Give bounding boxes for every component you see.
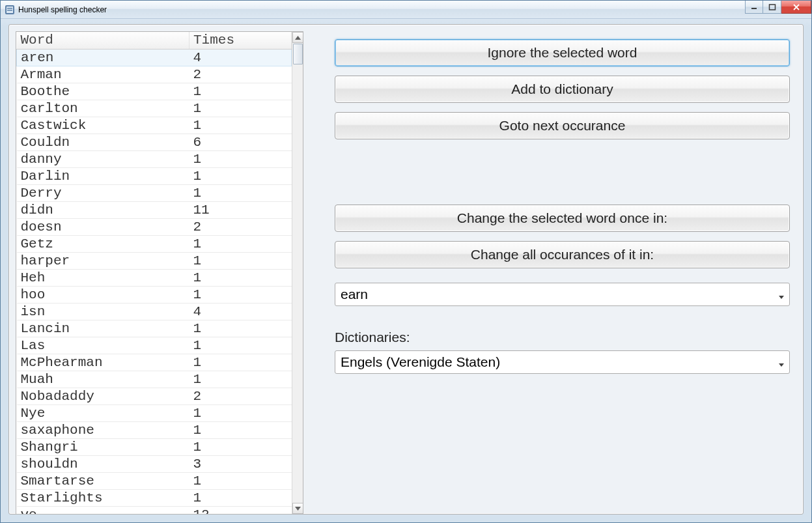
- word-table: Word Times aren4Arman2Boothe1carlton1Cas…: [16, 32, 292, 514]
- cell-times: 1: [189, 100, 292, 117]
- column-header-word[interactable]: Word: [17, 32, 189, 49]
- minimize-button[interactable]: [745, 1, 763, 14]
- table-row[interactable]: Heh1: [17, 269, 292, 286]
- table-row[interactable]: hoo1: [17, 286, 292, 303]
- scroll-thumb[interactable]: [293, 44, 303, 64]
- table-row[interactable]: carlton1: [17, 100, 292, 117]
- dropdown-icon: [779, 287, 784, 302]
- cell-word: doesn: [17, 218, 189, 235]
- cell-word: Heh: [17, 269, 189, 286]
- table-row[interactable]: shouldn3: [17, 455, 292, 472]
- scroll-down-button[interactable]: [292, 503, 303, 514]
- word-list-panel: Word Times aren4Arman2Boothe1carlton1Cas…: [16, 31, 303, 515]
- maximize-icon: [768, 4, 776, 10]
- cell-times: 1: [189, 184, 292, 201]
- cell-word: Getz: [17, 235, 189, 252]
- table-row[interactable]: Getz1: [17, 235, 292, 252]
- cell-times: 2: [189, 218, 292, 235]
- cell-word: carlton: [17, 100, 189, 117]
- chevron-up-icon: [295, 36, 301, 40]
- table-row[interactable]: danny1: [17, 150, 292, 167]
- table-row[interactable]: Smartarse1: [17, 472, 292, 489]
- cell-times: 2: [189, 66, 292, 83]
- table-row[interactable]: harper1: [17, 252, 292, 269]
- cell-word: shouldn: [17, 455, 189, 472]
- cell-times: 1: [189, 421, 292, 438]
- table-row[interactable]: ve12: [17, 506, 292, 514]
- cell-times: 1: [189, 489, 292, 506]
- titlebar[interactable]: Hunspell spelling checker: [1, 1, 811, 19]
- dictionaries-label: Dictionaries:: [335, 330, 790, 345]
- cell-times: 1: [189, 354, 292, 371]
- cell-times: 1: [189, 320, 292, 337]
- cell-word: Darlin: [17, 167, 189, 184]
- svg-rect-2: [7, 8, 12, 9]
- cell-word: Boothe: [17, 83, 189, 100]
- cell-times: 11: [189, 201, 292, 218]
- suggestion-value: earn: [341, 287, 368, 302]
- cell-word: hoo: [17, 286, 189, 303]
- table-row[interactable]: McPhearman1: [17, 354, 292, 371]
- svg-rect-3: [7, 10, 12, 11]
- ignore-button[interactable]: Ignore the selected word: [335, 39, 790, 66]
- cell-word: Shangri: [17, 438, 189, 455]
- cell-word: Nye: [17, 404, 189, 421]
- dictionary-combobox[interactable]: Engels (Verenigde Staten): [335, 350, 790, 374]
- suggestion-combobox[interactable]: earn: [335, 283, 790, 306]
- change-once-button[interactable]: Change the selected word once in:: [335, 205, 790, 232]
- table-row[interactable]: saxaphone1: [17, 421, 292, 438]
- column-header-times[interactable]: Times: [189, 32, 292, 49]
- cell-times: 4: [189, 49, 292, 66]
- client-area: Word Times aren4Arman2Boothe1carlton1Cas…: [8, 24, 804, 515]
- cell-times: 1: [189, 286, 292, 303]
- table-row[interactable]: Couldn6: [17, 134, 292, 150]
- window-controls: [745, 1, 811, 14]
- cell-times: 1: [189, 438, 292, 455]
- scroll-up-button[interactable]: [292, 32, 303, 43]
- table-row[interactable]: Darlin1: [17, 167, 292, 184]
- table-row[interactable]: Nye1: [17, 404, 292, 421]
- table-row[interactable]: didn11: [17, 201, 292, 218]
- svg-rect-4: [751, 8, 757, 9]
- table-row[interactable]: Muah1: [17, 371, 292, 388]
- cell-word: Couldn: [17, 134, 189, 150]
- table-row[interactable]: isn4: [17, 303, 292, 320]
- cell-times: 1: [189, 337, 292, 354]
- table-row[interactable]: Shangri1: [17, 438, 292, 455]
- change-all-button[interactable]: Change all occurances of it in:: [335, 241, 790, 268]
- cell-times: 1: [189, 269, 292, 286]
- table-row[interactable]: Nobadaddy2: [17, 388, 292, 404]
- cell-word: isn: [17, 303, 189, 320]
- cell-times: 1: [189, 117, 292, 134]
- word-table-viewport[interactable]: Word Times aren4Arman2Boothe1carlton1Cas…: [16, 32, 292, 514]
- table-row[interactable]: doesn2: [17, 218, 292, 235]
- window-title: Hunspell spelling checker: [18, 5, 107, 14]
- table-row[interactable]: Lancin1: [17, 320, 292, 337]
- cell-word: Castwick: [17, 117, 189, 134]
- maximize-button[interactable]: [763, 1, 781, 14]
- cell-word: Arman: [17, 66, 189, 83]
- cell-word: danny: [17, 150, 189, 167]
- close-button[interactable]: [781, 1, 811, 14]
- cell-word: aren: [17, 49, 189, 66]
- add-dictionary-button[interactable]: Add to dictionary: [335, 76, 790, 103]
- cell-times: 4: [189, 303, 292, 320]
- cell-times: 1: [189, 472, 292, 489]
- scrollbar-vertical[interactable]: [292, 32, 303, 514]
- table-row[interactable]: Starlights1: [17, 489, 292, 506]
- close-icon: [792, 4, 800, 10]
- dropdown-icon: [779, 354, 784, 370]
- table-row[interactable]: aren4: [17, 49, 292, 66]
- cell-word: Muah: [17, 371, 189, 388]
- table-row[interactable]: Derry1: [17, 184, 292, 201]
- table-row[interactable]: Las1: [17, 337, 292, 354]
- table-row[interactable]: Arman2: [17, 66, 292, 83]
- cell-word: Starlights: [17, 489, 189, 506]
- table-row[interactable]: Boothe1: [17, 83, 292, 100]
- cell-word: Derry: [17, 184, 189, 201]
- cell-word: Nobadaddy: [17, 388, 189, 404]
- table-row[interactable]: Castwick1: [17, 117, 292, 134]
- cell-times: 1: [189, 371, 292, 388]
- cell-times: 1: [189, 235, 292, 252]
- goto-next-button[interactable]: Goto next occurance: [335, 112, 790, 139]
